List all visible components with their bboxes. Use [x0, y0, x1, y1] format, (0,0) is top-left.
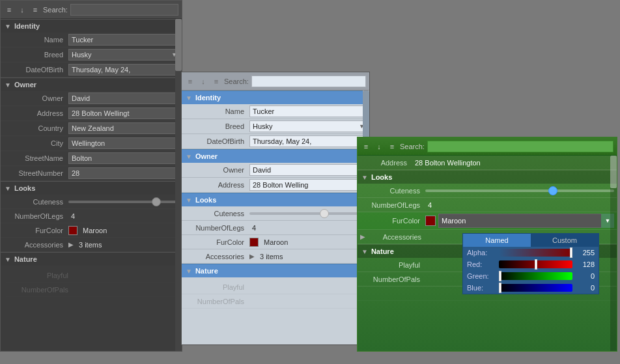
grid-icon-3[interactable]: ≡: [387, 141, 397, 152]
address-input-2[interactable]: [249, 179, 367, 191]
grid-icon-1[interactable]: ≡: [30, 5, 40, 15]
panel2-toolbar: ≡ ↓ ≡ Search:: [182, 72, 369, 91]
green-thumb[interactable]: [499, 271, 501, 281]
dob-input-2[interactable]: [249, 135, 367, 147]
menu-icon-1[interactable]: ≡: [4, 5, 14, 15]
city-input-1[interactable]: [68, 137, 179, 149]
faded-row-2b: NumberOfPals: [182, 294, 369, 309]
accessories-expand-2[interactable]: ▶: [249, 253, 255, 260]
alpha-slider-track[interactable]: [499, 249, 572, 257]
streetname-input-1[interactable]: [68, 152, 179, 164]
blue-thumb[interactable]: [499, 283, 501, 293]
looks-label-2: Looks: [195, 196, 216, 204]
menu-icon-3[interactable]: ≡: [361, 141, 371, 152]
named-tab[interactable]: Named: [463, 234, 531, 247]
cuteness-slider-1[interactable]: [68, 201, 179, 203]
search-input-1[interactable]: [70, 4, 178, 16]
panel3-scroll-thumb: [610, 156, 617, 188]
owner-section-1[interactable]: ▼ Owner: [1, 77, 182, 91]
accessories-row-1: Accessories ▶ 3 items: [1, 238, 182, 252]
menu-icon-2[interactable]: ≡: [185, 76, 195, 87]
red-slider-row: Red: 128: [463, 259, 599, 270]
dob-input-1[interactable]: [68, 64, 179, 76]
country-row-1: Country: [1, 121, 182, 136]
cuteness-slider-2[interactable]: [249, 212, 367, 215]
breed-row-1: Breed Husky ▼: [1, 48, 182, 63]
identity-section-1[interactable]: ▼ Identity: [1, 19, 182, 33]
owner-row-2: Owner: [182, 163, 369, 178]
faded-row-1a: Playful: [6, 268, 176, 283]
grid-icon-2[interactable]: ≡: [211, 76, 221, 87]
green-value: 0: [575, 272, 595, 280]
cuteness-slider-3[interactable]: [425, 189, 614, 192]
red-thumb[interactable]: [535, 259, 537, 270]
numlegs-label-2: NumberOfLegs: [184, 224, 249, 232]
breed-select-1[interactable]: Husky: [68, 49, 179, 61]
cuteness-thumb-2[interactable]: [320, 209, 329, 218]
furcolor-select-3[interactable]: Maroon: [438, 214, 614, 228]
looks-section-2[interactable]: ▼ Looks: [182, 193, 369, 206]
cuteness-row-2: Cuteness: [182, 206, 369, 221]
furcolor-swatch-3: [425, 216, 436, 226]
search-label-1: Search:: [43, 6, 68, 14]
owner-section-2[interactable]: ▼ Owner: [182, 149, 369, 163]
accessories-expand-3[interactable]: ▶: [360, 233, 365, 240]
blue-value: 0: [575, 284, 595, 292]
looks-section-3[interactable]: ▼ Looks: [358, 170, 617, 184]
red-slider-track[interactable]: [499, 260, 572, 268]
red-value: 128: [575, 260, 595, 268]
country-input-1[interactable]: [68, 122, 179, 134]
streetnumber-label-1: StreetNumber: [3, 169, 68, 177]
cuteness-thumb-1[interactable]: [152, 197, 161, 206]
sort-icon-3[interactable]: ↓: [374, 141, 384, 152]
dob-label-2: DateOfBirth: [184, 137, 249, 145]
name-input-1[interactable]: [68, 34, 179, 46]
accessories-expand-1[interactable]: ▶: [68, 241, 74, 248]
dob-label-1: DateOfBirth: [3, 66, 68, 74]
faded-row-1b: NumberOfPals: [6, 283, 176, 297]
name-input-2[interactable]: [249, 105, 367, 117]
owner-input-2[interactable]: [249, 164, 367, 176]
color-picker-tabs: Named Custom: [463, 234, 599, 247]
cuteness-label-2: Cuteness: [184, 210, 249, 217]
sort-icon-1[interactable]: ↓: [17, 5, 27, 15]
address-top-row: Address 28 Bolton Wellington: [358, 156, 617, 170]
owner-label-1: Owner: [14, 81, 36, 89]
owner-input-1[interactable]: [68, 92, 179, 104]
custom-tab[interactable]: Custom: [531, 234, 599, 247]
address-input-1[interactable]: [68, 107, 179, 119]
panel3-scrollbar[interactable]: [610, 156, 617, 351]
numofpals-label-3: NumberOfPals: [360, 275, 425, 283]
nature-label-3: Nature: [371, 247, 394, 255]
city-row-1: City: [1, 136, 182, 151]
numlegs-value-1: 4: [68, 212, 179, 221]
panel2-scroll-thumb: [363, 91, 369, 143]
identity-arrow-2: ▼: [186, 94, 192, 102]
sort-icon-2[interactable]: ↓: [198, 76, 208, 87]
streetnumber-input-1[interactable]: [68, 167, 179, 179]
name-row-1: Name: [1, 33, 182, 48]
identity-section-2[interactable]: ▼ Identity: [182, 91, 369, 104]
search-input-2[interactable]: [251, 76, 366, 87]
alpha-thumb[interactable]: [570, 247, 572, 258]
blue-slider-track[interactable]: [499, 284, 572, 292]
accessories-label-1: Accessories: [3, 241, 68, 249]
cuteness-thumb-3[interactable]: [548, 186, 557, 195]
looks-section-1[interactable]: ▼ Looks: [1, 181, 182, 195]
search-input-3[interactable]: [427, 141, 613, 152]
nature-section-2[interactable]: ▼ Nature: [182, 264, 369, 277]
faded-label-2a: Playful: [184, 283, 249, 291]
cuteness-track-3: [425, 189, 614, 192]
green-slider-track[interactable]: [499, 272, 572, 280]
accessories-label-3: Accessories: [368, 233, 427, 241]
city-label-1: City: [3, 139, 68, 147]
accessories-value-1: 3 items: [76, 240, 179, 249]
cuteness-row-1: Cuteness: [1, 195, 182, 209]
search-label-3: Search:: [400, 143, 425, 150]
furcolor-value-2: Maroon: [261, 238, 367, 247]
numlegs-label-3: NumberOfLegs: [360, 201, 425, 209]
identity-label-1: Identity: [14, 22, 40, 30]
looks-label-1: Looks: [14, 184, 35, 192]
nature-section-1[interactable]: ▼ Nature: [1, 252, 182, 266]
breed-select-2[interactable]: Husky: [249, 120, 367, 132]
